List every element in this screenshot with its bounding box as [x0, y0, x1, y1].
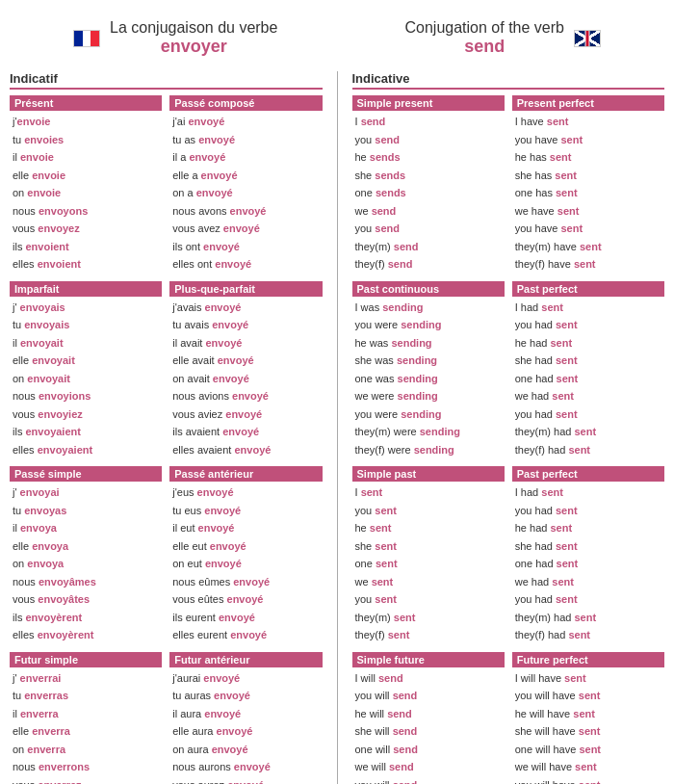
conjugated-form: sending — [414, 444, 454, 456]
tense-row: you were sending — [352, 405, 505, 424]
tense-row: elles eurent envoyé — [169, 626, 322, 644]
pronoun: I was — [355, 301, 383, 313]
pronoun: on — [13, 187, 27, 198]
tense-header: Future perfect — [512, 652, 664, 667]
pronoun: we have — [515, 205, 557, 217]
conjugated-form: sending — [420, 426, 460, 437]
tense-row: you will send — [352, 687, 505, 705]
tense-row: he has sent — [512, 148, 664, 167]
pronoun: on — [13, 744, 27, 755]
conjugated-form: envoyions — [39, 390, 91, 402]
conjugated-form: sent — [375, 540, 397, 552]
tense-row: on envoie — [10, 184, 162, 202]
conjugated-form: sent — [575, 612, 597, 623]
french-tense-grid: Présentj'envoietu envoiesil envoieelle e… — [10, 95, 323, 784]
pronoun: il — [13, 151, 20, 163]
pronoun: I have — [515, 116, 547, 127]
pronoun: nous — [13, 576, 39, 588]
pronoun: il — [13, 522, 20, 534]
french-column: Indicatif Présentj'envoietu envoiesil en… — [10, 71, 323, 784]
tense-block: Future perfectI will have sentyou will h… — [512, 652, 664, 785]
conjugated-form: sent — [550, 522, 572, 534]
pronoun: j' — [13, 672, 20, 684]
conjugated-form: sent — [541, 301, 563, 313]
tense-row: il eut envoyé — [169, 519, 322, 537]
pronoun: we had — [515, 576, 553, 588]
pronoun: you had — [515, 593, 556, 605]
conjugated-form: envoie — [27, 187, 61, 198]
pronoun: elle a — [172, 170, 200, 181]
conjugated-form: envoya — [27, 558, 64, 569]
tense-row: vous enverrez — [10, 776, 162, 785]
pronoun: elle aura — [172, 725, 216, 737]
conjugated-form: envoyé — [201, 170, 238, 181]
tense-block: Past perfectI had sentyou had senthe had… — [512, 281, 664, 459]
pronoun: j'ai — [172, 116, 188, 127]
pronoun: one — [355, 187, 376, 198]
tense-row: one will have sent — [512, 741, 664, 759]
pronoun: elles — [13, 258, 38, 270]
pronoun: on avait — [172, 373, 213, 384]
tense-header: Présent — [10, 95, 162, 111]
tense-row: she sends — [352, 167, 505, 185]
tense-row: you send — [352, 220, 505, 238]
pronoun: one was — [355, 373, 398, 384]
french-verb: envoyer — [110, 37, 277, 57]
conjugated-form: envoyâtes — [38, 593, 90, 605]
tense-block: Futur simplej' enverraitu enverrasil env… — [10, 652, 162, 785]
conjugated-form: envoyez — [38, 222, 79, 234]
tense-block: Imparfaitj' envoyaistu envoyaisil envoya… — [10, 281, 162, 459]
tense-row: we were sending — [352, 387, 505, 405]
pronoun: elle — [13, 170, 32, 181]
conjugated-form: send — [375, 134, 400, 145]
pronoun: he — [355, 522, 370, 534]
tense-row: they(m) had sent — [512, 609, 664, 627]
tense-row: ils envoyèrent — [10, 609, 162, 627]
pronoun: elles avaient — [172, 444, 234, 456]
pronoun: he will — [355, 708, 388, 719]
tense-row: they(f) have sent — [512, 255, 664, 274]
conjugated-form: envoyiez — [38, 408, 82, 420]
tense-row: he will send — [352, 705, 505, 723]
tense-block: Passé simplej' envoyaitu envoyasil envoy… — [10, 466, 162, 644]
conjugated-form: envoyé — [233, 576, 270, 588]
tense-row: elle envoyait — [10, 352, 162, 370]
tense-row: she will send — [352, 722, 505, 741]
english-header: Conjugation of the verb send — [405, 19, 564, 57]
conjugated-form: sent — [556, 593, 578, 605]
pronoun: one will have — [515, 744, 580, 755]
pronoun: I had — [515, 301, 542, 313]
tense-row: nous envoyons — [10, 202, 162, 221]
tense-row: one will send — [352, 741, 505, 759]
conjugated-form: envoyas — [24, 505, 66, 516]
tense-row: vous eûtes envoyé — [169, 590, 322, 609]
tense-row: I have sent — [512, 113, 664, 131]
conjugated-form: envoient — [25, 241, 68, 252]
conjugated-form: envoyé — [227, 779, 264, 785]
tense-row: tu envoyais — [10, 316, 162, 334]
pronoun: vous — [13, 408, 38, 420]
pronoun: you had — [515, 408, 556, 420]
pronoun: on aura — [172, 744, 211, 755]
conjugated-form: send — [387, 708, 412, 719]
tense-header: Past continuous — [352, 281, 505, 297]
pronoun: she will have — [515, 725, 579, 737]
pronoun: il eut — [172, 522, 197, 534]
tense-row: nous envoyâmes — [10, 573, 162, 591]
pronoun: tu eus — [172, 505, 204, 516]
conjugated-form: envoyaient — [25, 426, 80, 437]
uk-flag-icon — [574, 30, 601, 47]
pronoun: j' — [13, 486, 20, 498]
tense-row: on avait envoyé — [169, 370, 322, 388]
pronoun: on — [13, 373, 27, 384]
pronoun: I will have — [515, 672, 564, 684]
english-column: Indicative Simple presentI sendyou sendh… — [352, 71, 665, 784]
tense-row: you had sent — [512, 405, 664, 424]
tense-row: they(f) were sending — [352, 441, 505, 459]
pronoun: he had — [515, 337, 551, 349]
tense-row: you will send — [352, 776, 505, 785]
conjugated-form: sending — [397, 354, 437, 366]
conjugated-form: envoyé — [215, 258, 251, 270]
tense-header: Plus-que-parfait — [169, 281, 322, 297]
pronoun: vous eûtes — [172, 593, 226, 605]
